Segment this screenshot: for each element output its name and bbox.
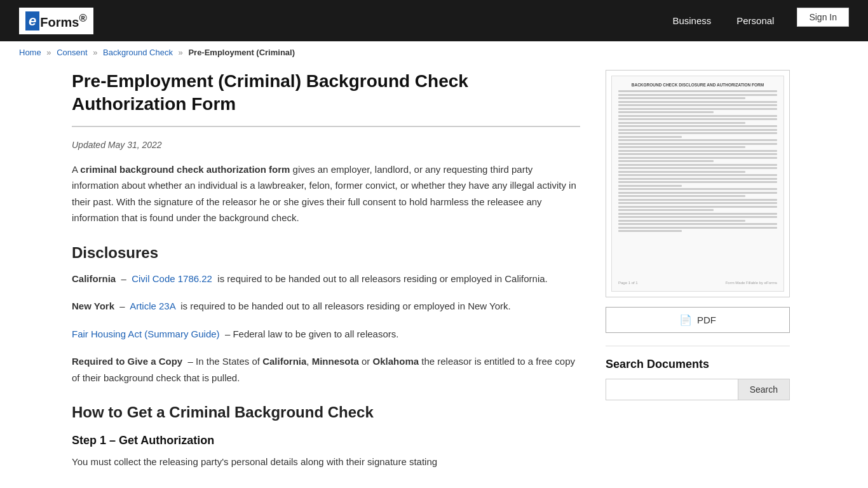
preview-line xyxy=(618,209,714,211)
updated-date: Updated May 31, 2022 xyxy=(72,140,580,150)
required-copy-label: Required to Give a Copy xyxy=(72,356,182,367)
preview-line xyxy=(618,185,682,187)
search-input[interactable] xyxy=(606,379,738,400)
preview-line xyxy=(618,118,777,120)
search-docs-title: Search Documents xyxy=(606,358,790,371)
logo[interactable]: eForms® xyxy=(19,8,93,34)
preview-line xyxy=(618,195,745,197)
fair-housing-link[interactable]: Fair Housing Act (Summary Guide) xyxy=(72,329,220,339)
doc-preview: BACKGROUND CHECK DISCLOSURE AND AUTHORIZ… xyxy=(606,70,790,297)
preview-line xyxy=(618,223,777,225)
preview-line xyxy=(618,167,777,169)
how-to-heading: How to Get a Criminal Background Check xyxy=(72,403,580,421)
preview-line xyxy=(618,153,777,155)
california-label: California xyxy=(72,273,116,284)
preview-line xyxy=(618,202,777,204)
breadcrumb: Home » Consent » Background Check » Pre-… xyxy=(0,41,868,64)
preview-line xyxy=(618,125,777,127)
preview-line xyxy=(618,143,777,145)
preview-line xyxy=(618,192,777,194)
breadcrumb-home[interactable]: Home xyxy=(19,48,41,57)
preview-line xyxy=(618,160,714,162)
preview-line xyxy=(618,171,745,173)
california-text: is required to be handed out to all rele… xyxy=(217,273,547,284)
preview-line xyxy=(618,94,777,96)
preview-line xyxy=(618,132,777,134)
preview-line xyxy=(618,129,777,131)
preview-line xyxy=(618,115,777,117)
intro-bold: criminal background check authorization … xyxy=(80,164,290,175)
new-york-para: New York – Article 23A is required to be… xyxy=(72,298,580,315)
search-docs-form: Search xyxy=(606,379,790,400)
doc-preview-lines xyxy=(618,90,777,278)
sidebar: BACKGROUND CHECK DISCLOSURE AND AUTHORIZ… xyxy=(606,64,790,482)
nav-business[interactable]: Business xyxy=(672,15,711,26)
preview-line xyxy=(618,108,777,110)
preview-line xyxy=(618,97,745,99)
california-para: California – Civil Code 1786.22 is requi… xyxy=(72,271,580,287)
step1-text: You must collect the releasing party's p… xyxy=(72,454,580,470)
preview-line xyxy=(618,199,777,201)
sign-in-button[interactable]: Sign In xyxy=(797,8,849,27)
preview-line xyxy=(618,136,682,138)
breadcrumb-consent[interactable]: Consent xyxy=(57,48,87,57)
nav-personal[interactable]: Personal xyxy=(736,15,774,26)
preview-line xyxy=(618,90,777,92)
preview-line xyxy=(618,181,777,183)
california-link[interactable]: Civil Code 1786.22 xyxy=(132,273,212,284)
page-title: Pre-Employment (Criminal) Background Che… xyxy=(72,70,580,116)
preview-line xyxy=(618,122,745,124)
preview-line xyxy=(618,111,714,113)
doc-page-label: Page 1 of 1 xyxy=(618,281,638,285)
preview-line xyxy=(618,139,777,141)
preview-line xyxy=(618,164,777,166)
disclosures-heading: Disclosures xyxy=(72,244,580,262)
breadcrumb-background-check[interactable]: Background Check xyxy=(103,48,173,57)
required-copy-para: Required to Give a Copy – In the States … xyxy=(72,353,580,386)
preview-line xyxy=(618,150,777,152)
search-docs-section: Search Documents Search xyxy=(606,346,790,400)
state-california: California xyxy=(262,356,306,367)
preview-line xyxy=(618,174,777,176)
preview-line xyxy=(618,206,777,208)
step1-heading: Step 1 – Get Authorization xyxy=(72,434,580,447)
preview-line xyxy=(618,188,777,190)
doc-preview-footer: Page 1 of 1 Form Made Fillable by eForms xyxy=(618,281,777,285)
breadcrumb-current: Pre-Employment (Criminal) xyxy=(188,48,295,57)
pdf-button[interactable]: 📄 PDF xyxy=(606,307,790,333)
required-copy-text: – In the States of xyxy=(188,356,260,367)
logo-forms-text: Forms® xyxy=(40,12,86,30)
preview-line xyxy=(618,230,682,232)
fair-housing-text: – Federal law to be given to all releaso… xyxy=(225,329,398,339)
preview-line xyxy=(618,104,777,106)
breadcrumb-sep-3: » xyxy=(179,48,183,57)
doc-preview-inner: BACKGROUND CHECK DISCLOSURE AND AUTHORIZ… xyxy=(611,76,784,292)
preview-line xyxy=(618,146,745,148)
preview-line xyxy=(618,220,745,222)
new-york-text: is required to be handed out to all rele… xyxy=(180,301,510,311)
logo-e-letter: e xyxy=(25,11,39,30)
header: eForms® Business Personal Real Estate Si… xyxy=(0,0,868,41)
title-divider xyxy=(72,126,580,127)
preview-line xyxy=(618,157,777,159)
fair-housing-para: Fair Housing Act (Summary Guide) – Feder… xyxy=(72,326,580,342)
search-button[interactable]: Search xyxy=(738,379,789,400)
doc-form-made-label: Form Made Fillable by eForms xyxy=(726,281,777,285)
preview-line xyxy=(618,101,777,103)
preview-line xyxy=(618,227,777,229)
new-york-link[interactable]: Article 23A xyxy=(130,301,175,311)
pdf-icon: 📄 xyxy=(679,314,692,326)
breadcrumb-sep-1: » xyxy=(46,48,51,57)
new-york-label: New York xyxy=(72,301,114,311)
intro-paragraph: A criminal background check authorizatio… xyxy=(72,161,580,226)
preview-line xyxy=(618,216,777,218)
logo-reg: ® xyxy=(79,12,86,24)
pdf-label: PDF xyxy=(697,315,716,325)
state-minnesota: Minnesota xyxy=(312,356,359,367)
breadcrumb-sep-2: » xyxy=(93,48,97,57)
preview-line xyxy=(618,178,777,180)
state-oklahoma: Oklahoma xyxy=(373,356,419,367)
preview-line xyxy=(618,213,777,215)
doc-preview-title: BACKGROUND CHECK DISCLOSURE AND AUTHORIZ… xyxy=(632,83,764,87)
